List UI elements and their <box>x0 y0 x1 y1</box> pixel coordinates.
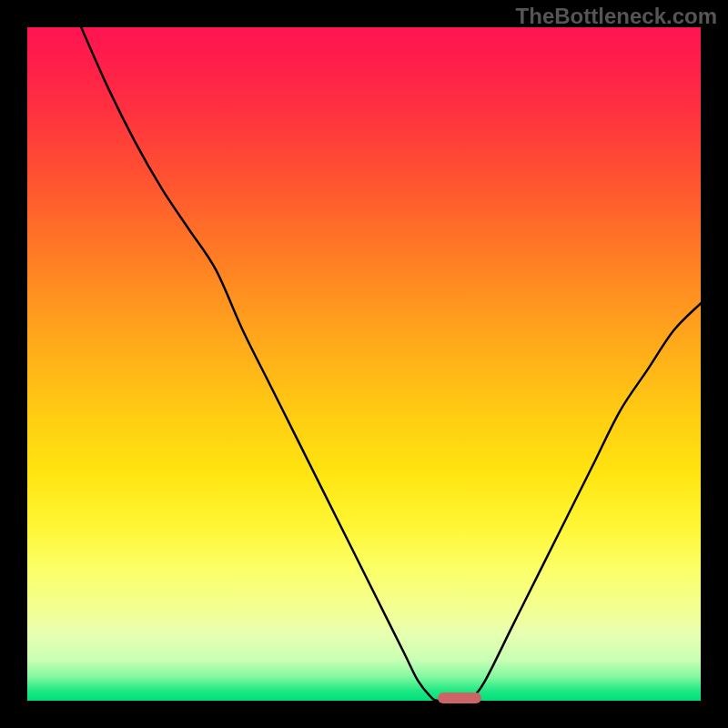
bottleneck-curve <box>81 27 701 701</box>
curve-overlay <box>27 27 701 701</box>
credit-watermark: TheBottleneck.com <box>516 4 717 29</box>
chart-frame: TheBottleneck.com <box>0 0 728 728</box>
optimal-marker <box>438 693 481 703</box>
plot-area <box>27 27 701 701</box>
